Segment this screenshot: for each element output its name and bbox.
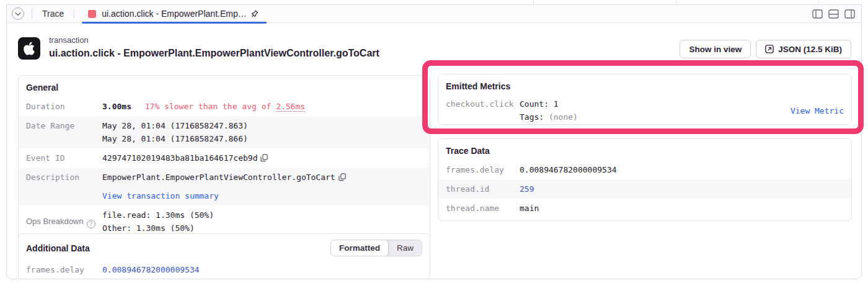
frames-delay-key: frames.delay: [446, 163, 520, 176]
copy-icon[interactable]: [260, 154, 268, 162]
view-metric-link[interactable]: View Metric: [790, 104, 844, 117]
dock-right-icon[interactable]: [844, 9, 855, 19]
json-button-label: JSON (12.5 KiB): [778, 45, 842, 54]
json-download-button[interactable]: JSON (12.5 KiB): [756, 40, 851, 58]
ops-breakdown-key: Ops Breakdown?: [26, 215, 102, 228]
emitted-metrics-title: Emitted Metrics: [438, 74, 851, 96]
duration-key: Duration: [26, 100, 102, 113]
header-buttons: Show in view JSON (12.5 KiB): [680, 40, 851, 58]
date-range-value: May 28, 01:04 (1716858247.863) May 28, 0…: [102, 119, 248, 145]
date-range-end: May 28, 01:04 (1716858247.866): [102, 132, 248, 145]
emitted-metrics-panel: Emitted Metrics checkout.click Count: 1 …: [438, 74, 852, 125]
event-id-key: Event ID: [26, 151, 102, 164]
show-in-view-button[interactable]: Show in view: [680, 40, 751, 58]
tab-separator: [74, 9, 74, 19]
additional-data-panel: Additional Data Formatted Raw frames.del…: [18, 233, 430, 279]
dock-bottom-icon[interactable]: [828, 9, 839, 19]
event-header: transaction ui.action.click - EmpowerPla…: [18, 35, 851, 61]
additional-data-title: Additional Data: [26, 243, 90, 253]
background-page-strip: [0, 0, 868, 4]
external-link-icon: [765, 45, 774, 53]
duration-ms: 3.00ms: [102, 102, 131, 111]
table-row: thread.id 259: [438, 179, 851, 199]
apple-platform-icon: [18, 37, 40, 60]
background-divider: [818, 0, 819, 4]
duration-row: Duration 3.00ms 17% slower than the avg …: [19, 97, 430, 116]
copy-icon[interactable]: [339, 173, 346, 181]
thread-id-value: 259: [520, 182, 534, 196]
frames-delay-value: 0.008946782000009534: [102, 263, 200, 276]
metric-tags: Tags: (none): [520, 110, 578, 124]
event-id-value: 429747102019483ba81ba164617ceb9d: [102, 151, 268, 164]
tab-transaction-active[interactable]: ui.action.click - EmpowerPlant.Emp…: [82, 5, 267, 23]
table-row: thread.name main: [438, 199, 851, 220]
event-title: ui.action.click - EmpowerPlant.EmpowerPl…: [49, 46, 379, 61]
pin-icon[interactable]: [250, 9, 259, 19]
date-range-key: Date Range: [26, 119, 102, 145]
help-icon[interactable]: ?: [87, 220, 95, 228]
ops-other: Other: 1.30ms (50%): [102, 222, 214, 235]
transaction-marker-icon: [88, 10, 96, 18]
general-panel: General Duration 3.00ms 17% slower than …: [18, 75, 430, 241]
drawer-layout-controls: [812, 9, 855, 19]
background-divider: [533, 0, 534, 4]
show-in-view-label: Show in view: [689, 45, 742, 54]
format-toggle: Formatted Raw: [330, 240, 422, 256]
trace-drawer-page: Trace ui.action.click - EmpowerPlant.Emp…: [0, 0, 868, 288]
thread-name-key: thread.name: [446, 202, 520, 215]
metric-name: checkout.click: [446, 97, 520, 110]
additional-data-header: Additional Data Formatted Raw: [19, 234, 430, 260]
frames-delay-key: frames.delay: [26, 263, 102, 276]
table-row: frames.delay 0.008946782000009534: [438, 160, 851, 179]
event-type-label: transaction: [49, 35, 379, 46]
table-row: frames.delay 0.008946782000009534: [19, 260, 430, 279]
breadcrumb-trace[interactable]: Trace: [40, 9, 66, 19]
view-transaction-summary-link[interactable]: View transaction summary: [102, 191, 219, 200]
description-key: Description: [26, 171, 102, 202]
duration-value: 3.00ms 17% slower than the avg of 2.56ms: [102, 100, 305, 113]
thread-name-value: main: [520, 202, 539, 215]
raw-toggle-button[interactable]: Raw: [389, 240, 422, 256]
date-range-start: May 28, 01:04 (1716858247.863): [102, 119, 248, 132]
event-header-text: transaction ui.action.click - EmpowerPla…: [49, 35, 379, 61]
description-value: EmpowerPlant.EmpowerPlantViewController.…: [102, 171, 346, 202]
ops-breakdown-value: file.read: 1.30ms (50%) Other: 1.30ms (5…: [102, 209, 214, 235]
general-panel-title: General: [19, 76, 430, 97]
trace-data-title: Trace Data: [438, 139, 851, 160]
tab-separator: [32, 9, 32, 19]
description-row: Description EmpowerPlant.EmpowerPlantVie…: [19, 168, 430, 205]
trace-data-panel: Trace Data frames.delay 0.00894678200000…: [438, 138, 852, 221]
drawer-tab-bar: Trace ui.action.click - EmpowerPlant.Emp…: [7, 5, 861, 23]
frames-delay-value: 0.008946782000009534: [520, 163, 617, 176]
background-divider: [676, 0, 676, 4]
metric-count: Count: 1: [520, 97, 578, 110]
thread-id-key: thread.id: [446, 182, 520, 196]
date-range-row: Date Range May 28, 01:04 (1716858247.863…: [19, 116, 430, 148]
ops-file-read: file.read: 1.30ms (50%): [102, 209, 214, 222]
chevron-down-icon: [15, 12, 21, 16]
emitted-metric-row: checkout.click Count: 1 Tags: (none) Vie…: [438, 96, 851, 127]
minimize-drawer-button[interactable]: [12, 7, 24, 20]
formatted-toggle-button[interactable]: Formatted: [331, 240, 389, 256]
metric-values: Count: 1 Tags: (none): [520, 97, 578, 124]
event-id-row: Event ID 429747102019483ba81ba164617ceb9…: [19, 148, 430, 168]
trace-drawer: Trace ui.action.click - EmpowerPlant.Emp…: [6, 4, 862, 279]
tab-label: ui.action.click - EmpowerPlant.Emp…: [102, 9, 244, 19]
avg-duration-tooltip[interactable]: 2.56ms: [276, 102, 305, 112]
dock-left-icon[interactable]: [812, 9, 823, 19]
duration-slower-note: 17% slower than the avg of 2.56ms: [145, 102, 305, 111]
